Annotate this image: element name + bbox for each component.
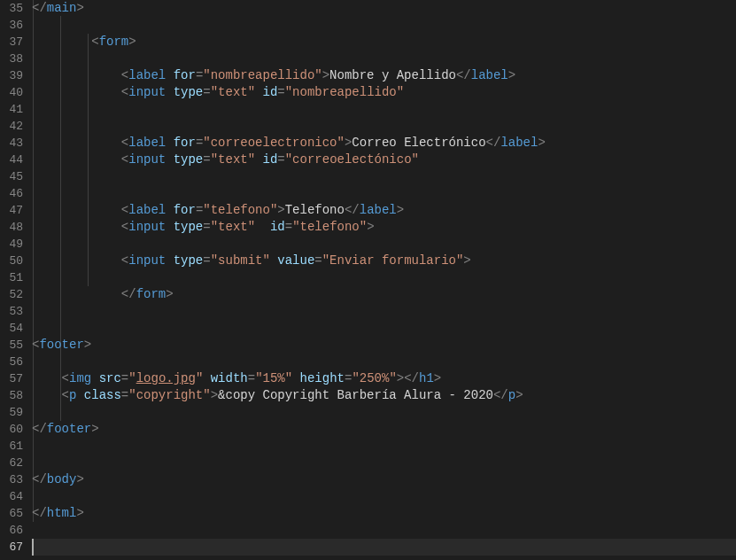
line-number: 41 xyxy=(0,101,23,118)
line-number: 36 xyxy=(0,17,23,34)
line-number: 44 xyxy=(0,152,23,168)
punct: = xyxy=(248,371,255,385)
punct: < xyxy=(121,68,128,82)
line-number-gutter: 3536373839404142434445464748495051525354… xyxy=(0,0,32,560)
punct: > xyxy=(91,422,98,436)
code-line[interactable]: <p class="copyright">&copy Copyright Bar… xyxy=(32,387,736,404)
code-line[interactable] xyxy=(32,488,736,505)
code-line[interactable]: <label for="nombreapellido">Nombre y Ape… xyxy=(32,67,736,84)
code-editor[interactable]: 3536373839404142434445464748495051525354… xyxy=(0,0,736,560)
code-line[interactable] xyxy=(32,438,736,455)
punct: </ xyxy=(32,1,47,15)
code-line[interactable]: <footer> xyxy=(32,337,736,354)
code-line[interactable]: <input type="text" id="correoelectónico" xyxy=(32,152,736,168)
code-line[interactable] xyxy=(32,118,736,135)
punct: </ xyxy=(404,371,419,385)
code-line[interactable] xyxy=(32,404,736,421)
line-number: 67 xyxy=(0,539,23,556)
attr-value: "correoelectónico" xyxy=(285,152,419,167)
tag-name: html xyxy=(47,506,77,520)
code-line[interactable] xyxy=(32,185,736,202)
code-area[interactable]: </main> <form> <label for="nombreapellid… xyxy=(32,0,736,560)
space xyxy=(166,68,173,82)
code-line[interactable] xyxy=(32,522,736,539)
indent xyxy=(32,35,91,49)
attr-name: type xyxy=(174,85,204,99)
line-number: 59 xyxy=(0,404,23,421)
punct: = xyxy=(121,371,128,385)
punct: < xyxy=(91,35,98,49)
code-line[interactable] xyxy=(32,354,736,370)
code-line[interactable]: </body> xyxy=(32,471,736,488)
code-line[interactable] xyxy=(32,51,736,67)
punct: </ xyxy=(32,472,47,486)
line-number: 37 xyxy=(0,34,23,51)
code-line[interactable] xyxy=(32,17,736,34)
code-line[interactable]: <form> xyxy=(32,34,736,51)
code-line[interactable] xyxy=(32,320,736,337)
line-number: 40 xyxy=(0,84,23,101)
punct: = xyxy=(121,388,128,402)
tag-name: img xyxy=(69,371,91,385)
tag-name: label xyxy=(128,203,166,217)
code-line[interactable] xyxy=(32,101,736,118)
attr-value: "text" xyxy=(211,152,255,167)
attr-name: for xyxy=(174,136,196,150)
attr-name: type xyxy=(174,220,204,234)
code-line[interactable] xyxy=(32,455,736,471)
indent xyxy=(32,371,62,385)
attr-name: id xyxy=(263,152,278,167)
attr-name: id xyxy=(270,220,285,234)
indent xyxy=(32,287,121,301)
code-line[interactable]: <input type="submit" value="Enviar formu… xyxy=(32,253,736,269)
punct: = xyxy=(277,85,284,99)
line-number: 52 xyxy=(0,286,23,303)
punct: > xyxy=(76,472,83,486)
attr-name: class xyxy=(84,388,121,402)
line-number: 43 xyxy=(0,135,23,152)
punct: < xyxy=(121,220,128,234)
line-number: 62 xyxy=(0,455,23,471)
attr-value: "correoelectronico" xyxy=(203,136,345,150)
code-line[interactable]: <label for="correoelectronico">Correo El… xyxy=(32,135,736,152)
code-line[interactable]: <img src="logo.jpg" width="15%" height="… xyxy=(32,370,736,387)
indent xyxy=(32,220,121,234)
code-line[interactable]: <input type="text" id="telefono"> xyxy=(32,219,736,236)
text-content: Nombre y Apellido xyxy=(329,68,456,82)
code-line[interactable] xyxy=(32,236,736,253)
code-line[interactable]: </html> xyxy=(32,505,736,522)
punct: > xyxy=(434,371,441,385)
attr-value: logo.jpg xyxy=(136,371,196,385)
code-line[interactable] xyxy=(32,168,736,185)
code-line[interactable]: </main> xyxy=(32,0,736,17)
punct: > xyxy=(322,68,329,82)
tag-name: label xyxy=(471,68,508,82)
tag-name: form xyxy=(99,35,129,49)
attr-name: src xyxy=(99,371,121,385)
punct: > xyxy=(538,136,545,150)
line-number: 39 xyxy=(0,67,23,84)
space xyxy=(203,371,210,385)
line-number: 47 xyxy=(0,202,23,219)
tag-name: footer xyxy=(47,422,91,436)
tag-name: input xyxy=(128,152,166,167)
line-number: 65 xyxy=(0,505,23,522)
line-number: 53 xyxy=(0,303,23,320)
punct: = xyxy=(277,152,284,167)
attr-value: " xyxy=(128,371,136,385)
code-line-current[interactable] xyxy=(32,539,736,556)
line-number: 57 xyxy=(0,370,23,387)
punct: > xyxy=(397,371,404,385)
code-line[interactable] xyxy=(32,303,736,320)
code-line[interactable]: <input type="text" id="nombreapellido" xyxy=(32,84,736,101)
attr-name: width xyxy=(211,371,248,385)
indent xyxy=(32,152,121,167)
attr-value: "text" xyxy=(211,220,255,234)
attr-name: value xyxy=(277,253,314,268)
punct: = xyxy=(203,85,210,99)
code-line[interactable]: </form> xyxy=(32,286,736,303)
code-line[interactable] xyxy=(32,269,736,286)
code-line[interactable]: </footer> xyxy=(32,421,736,438)
tag-name: label xyxy=(128,136,166,150)
code-line[interactable]: <label for="telefono">Telefono</label> xyxy=(32,202,736,219)
